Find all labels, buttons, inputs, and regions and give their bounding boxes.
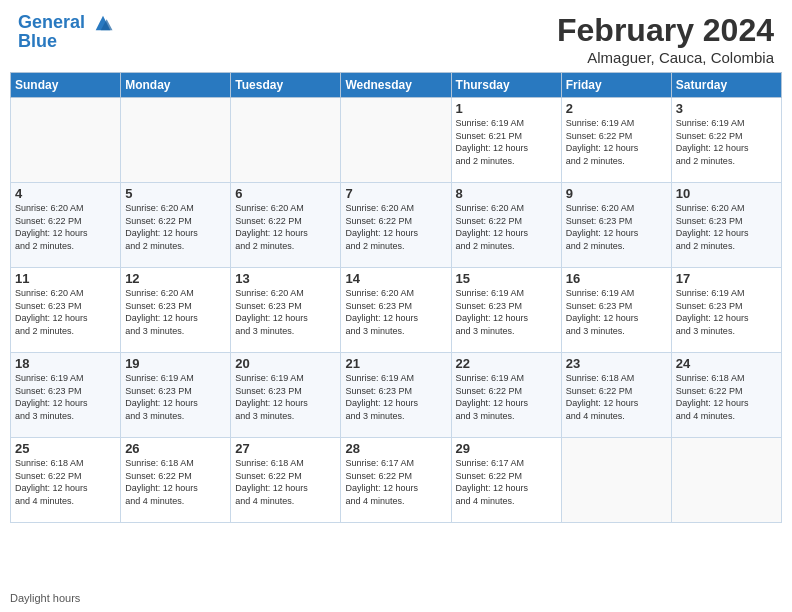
- day-number: 29: [456, 441, 557, 456]
- day-number: 16: [566, 271, 667, 286]
- subtitle: Almaguer, Cauca, Colombia: [557, 49, 774, 66]
- day-cell: 25Sunrise: 6:18 AMSunset: 6:22 PMDayligh…: [11, 438, 121, 523]
- calendar-table: SundayMondayTuesdayWednesdayThursdayFrid…: [10, 72, 782, 523]
- week-row-1: 4Sunrise: 6:20 AMSunset: 6:22 PMDaylight…: [11, 183, 782, 268]
- day-cell: 1Sunrise: 6:19 AMSunset: 6:21 PMDaylight…: [451, 98, 561, 183]
- day-cell: 4Sunrise: 6:20 AMSunset: 6:22 PMDaylight…: [11, 183, 121, 268]
- day-cell: [341, 98, 451, 183]
- day-info: Sunrise: 6:20 AMSunset: 6:22 PMDaylight:…: [15, 202, 116, 252]
- day-number: 21: [345, 356, 446, 371]
- day-cell: 5Sunrise: 6:20 AMSunset: 6:22 PMDaylight…: [121, 183, 231, 268]
- day-number: 27: [235, 441, 336, 456]
- day-info: Sunrise: 6:19 AMSunset: 6:23 PMDaylight:…: [125, 372, 226, 422]
- legend-text: Daylight hours: [10, 592, 80, 604]
- day-cell: 11Sunrise: 6:20 AMSunset: 6:23 PMDayligh…: [11, 268, 121, 353]
- day-info: Sunrise: 6:19 AMSunset: 6:23 PMDaylight:…: [456, 287, 557, 337]
- day-info: Sunrise: 6:17 AMSunset: 6:22 PMDaylight:…: [345, 457, 446, 507]
- day-number: 20: [235, 356, 336, 371]
- title-block: February 2024 Almaguer, Cauca, Colombia: [557, 12, 774, 66]
- day-number: 17: [676, 271, 777, 286]
- day-info: Sunrise: 6:19 AMSunset: 6:22 PMDaylight:…: [566, 117, 667, 167]
- day-info: Sunrise: 6:19 AMSunset: 6:23 PMDaylight:…: [345, 372, 446, 422]
- day-info: Sunrise: 6:19 AMSunset: 6:23 PMDaylight:…: [235, 372, 336, 422]
- day-info: Sunrise: 6:20 AMSunset: 6:22 PMDaylight:…: [456, 202, 557, 252]
- header: General Blue February 2024 Almaguer, Cau…: [0, 0, 792, 72]
- day-info: Sunrise: 6:20 AMSunset: 6:23 PMDaylight:…: [676, 202, 777, 252]
- col-header-tuesday: Tuesday: [231, 73, 341, 98]
- day-info: Sunrise: 6:19 AMSunset: 6:22 PMDaylight:…: [456, 372, 557, 422]
- day-info: Sunrise: 6:18 AMSunset: 6:22 PMDaylight:…: [125, 457, 226, 507]
- week-row-3: 18Sunrise: 6:19 AMSunset: 6:23 PMDayligh…: [11, 353, 782, 438]
- day-cell: 27Sunrise: 6:18 AMSunset: 6:22 PMDayligh…: [231, 438, 341, 523]
- day-cell: 13Sunrise: 6:20 AMSunset: 6:23 PMDayligh…: [231, 268, 341, 353]
- day-cell: 20Sunrise: 6:19 AMSunset: 6:23 PMDayligh…: [231, 353, 341, 438]
- col-header-saturday: Saturday: [671, 73, 781, 98]
- day-cell: [121, 98, 231, 183]
- day-cell: 17Sunrise: 6:19 AMSunset: 6:23 PMDayligh…: [671, 268, 781, 353]
- day-cell: 8Sunrise: 6:20 AMSunset: 6:22 PMDaylight…: [451, 183, 561, 268]
- day-number: 2: [566, 101, 667, 116]
- day-cell: [11, 98, 121, 183]
- day-number: 18: [15, 356, 116, 371]
- day-info: Sunrise: 6:19 AMSunset: 6:23 PMDaylight:…: [566, 287, 667, 337]
- day-cell: 23Sunrise: 6:18 AMSunset: 6:22 PMDayligh…: [561, 353, 671, 438]
- day-number: 3: [676, 101, 777, 116]
- day-cell: [561, 438, 671, 523]
- day-info: Sunrise: 6:19 AMSunset: 6:23 PMDaylight:…: [676, 287, 777, 337]
- day-number: 28: [345, 441, 446, 456]
- day-info: Sunrise: 6:18 AMSunset: 6:22 PMDaylight:…: [676, 372, 777, 422]
- logo: General Blue: [18, 12, 114, 52]
- day-number: 10: [676, 186, 777, 201]
- day-number: 23: [566, 356, 667, 371]
- day-cell: 2Sunrise: 6:19 AMSunset: 6:22 PMDaylight…: [561, 98, 671, 183]
- day-cell: 22Sunrise: 6:19 AMSunset: 6:22 PMDayligh…: [451, 353, 561, 438]
- day-number: 8: [456, 186, 557, 201]
- day-cell: 28Sunrise: 6:17 AMSunset: 6:22 PMDayligh…: [341, 438, 451, 523]
- day-number: 7: [345, 186, 446, 201]
- day-cell: 12Sunrise: 6:20 AMSunset: 6:23 PMDayligh…: [121, 268, 231, 353]
- day-number: 6: [235, 186, 336, 201]
- day-info: Sunrise: 6:19 AMSunset: 6:21 PMDaylight:…: [456, 117, 557, 167]
- day-number: 14: [345, 271, 446, 286]
- page: General Blue February 2024 Almaguer, Cau…: [0, 0, 792, 612]
- col-header-wednesday: Wednesday: [341, 73, 451, 98]
- day-info: Sunrise: 6:18 AMSunset: 6:22 PMDaylight:…: [566, 372, 667, 422]
- day-number: 4: [15, 186, 116, 201]
- day-info: Sunrise: 6:20 AMSunset: 6:23 PMDaylight:…: [566, 202, 667, 252]
- day-number: 1: [456, 101, 557, 116]
- day-number: 24: [676, 356, 777, 371]
- day-cell: 6Sunrise: 6:20 AMSunset: 6:22 PMDaylight…: [231, 183, 341, 268]
- week-row-0: 1Sunrise: 6:19 AMSunset: 6:21 PMDaylight…: [11, 98, 782, 183]
- day-cell: 26Sunrise: 6:18 AMSunset: 6:22 PMDayligh…: [121, 438, 231, 523]
- day-cell: 19Sunrise: 6:19 AMSunset: 6:23 PMDayligh…: [121, 353, 231, 438]
- day-info: Sunrise: 6:20 AMSunset: 6:23 PMDaylight:…: [235, 287, 336, 337]
- day-cell: 16Sunrise: 6:19 AMSunset: 6:23 PMDayligh…: [561, 268, 671, 353]
- col-header-friday: Friday: [561, 73, 671, 98]
- main-title: February 2024: [557, 12, 774, 49]
- week-row-2: 11Sunrise: 6:20 AMSunset: 6:23 PMDayligh…: [11, 268, 782, 353]
- day-number: 13: [235, 271, 336, 286]
- day-cell: 18Sunrise: 6:19 AMSunset: 6:23 PMDayligh…: [11, 353, 121, 438]
- day-cell: 3Sunrise: 6:19 AMSunset: 6:22 PMDaylight…: [671, 98, 781, 183]
- day-number: 19: [125, 356, 226, 371]
- week-row-4: 25Sunrise: 6:18 AMSunset: 6:22 PMDayligh…: [11, 438, 782, 523]
- day-cell: 9Sunrise: 6:20 AMSunset: 6:23 PMDaylight…: [561, 183, 671, 268]
- day-info: Sunrise: 6:17 AMSunset: 6:22 PMDaylight:…: [456, 457, 557, 507]
- day-info: Sunrise: 6:19 AMSunset: 6:22 PMDaylight:…: [676, 117, 777, 167]
- col-header-sunday: Sunday: [11, 73, 121, 98]
- day-number: 15: [456, 271, 557, 286]
- header-row: SundayMondayTuesdayWednesdayThursdayFrid…: [11, 73, 782, 98]
- day-number: 11: [15, 271, 116, 286]
- day-number: 5: [125, 186, 226, 201]
- day-number: 25: [15, 441, 116, 456]
- day-cell: 14Sunrise: 6:20 AMSunset: 6:23 PMDayligh…: [341, 268, 451, 353]
- day-number: 26: [125, 441, 226, 456]
- day-info: Sunrise: 6:20 AMSunset: 6:22 PMDaylight:…: [125, 202, 226, 252]
- logo-blue: Blue: [18, 32, 114, 52]
- day-cell: [671, 438, 781, 523]
- col-header-thursday: Thursday: [451, 73, 561, 98]
- day-cell: 29Sunrise: 6:17 AMSunset: 6:22 PMDayligh…: [451, 438, 561, 523]
- day-info: Sunrise: 6:20 AMSunset: 6:23 PMDaylight:…: [345, 287, 446, 337]
- day-cell: 15Sunrise: 6:19 AMSunset: 6:23 PMDayligh…: [451, 268, 561, 353]
- day-cell: 10Sunrise: 6:20 AMSunset: 6:23 PMDayligh…: [671, 183, 781, 268]
